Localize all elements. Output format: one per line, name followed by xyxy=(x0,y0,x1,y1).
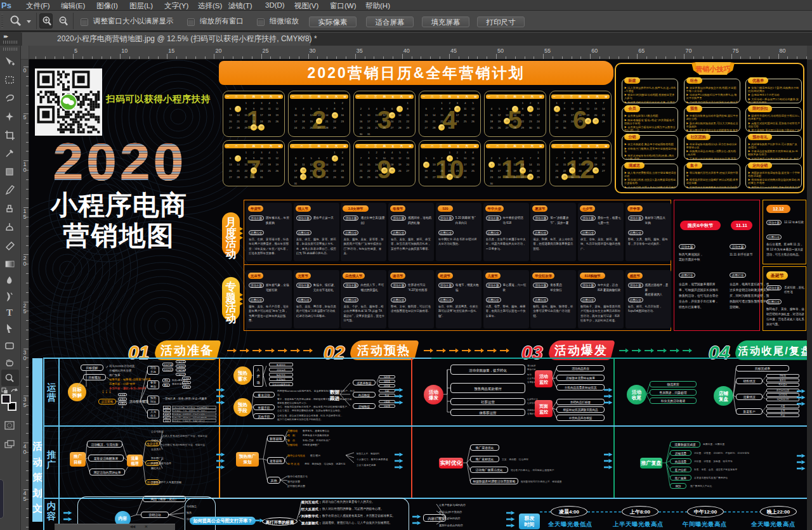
svg-text:T: T xyxy=(6,307,13,318)
